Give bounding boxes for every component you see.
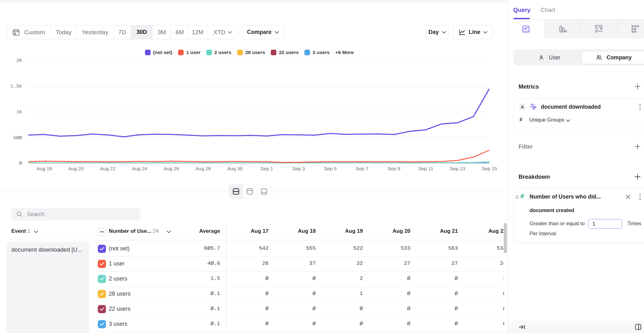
svg-text:Sep 11: Sep 11 bbox=[418, 166, 433, 171]
svg-text:Sep 3: Sep 3 bbox=[292, 166, 305, 171]
svg-text:Sep 13: Sep 13 bbox=[450, 166, 465, 171]
svg-text:Aug 30: Aug 30 bbox=[227, 166, 243, 171]
svg-text:1.5K: 1.5K bbox=[10, 84, 22, 89]
svg-text:Aug 20: Aug 20 bbox=[68, 166, 84, 171]
svg-text:Aug 18: Aug 18 bbox=[36, 166, 52, 171]
svg-text:Ø: Ø bbox=[19, 161, 22, 166]
svg-text:1K: 1K bbox=[16, 109, 22, 115]
svg-text:Sep 1: Sep 1 bbox=[260, 166, 273, 171]
svg-text:Aug 26: Aug 26 bbox=[164, 166, 179, 171]
svg-text:5ØØ: 5ØØ bbox=[13, 135, 22, 141]
svg-text:Sep 7: Sep 7 bbox=[356, 166, 369, 171]
svg-text:Aug 22: Aug 22 bbox=[100, 166, 115, 171]
svg-text:Aug 28: Aug 28 bbox=[196, 166, 211, 171]
svg-text:Aug 24: Aug 24 bbox=[132, 166, 147, 171]
svg-text:2K: 2K bbox=[16, 58, 22, 63]
svg-text:Sep 15: Sep 15 bbox=[481, 166, 497, 171]
svg-text:Sep 5: Sep 5 bbox=[324, 166, 337, 171]
svg-text:Sep 9: Sep 9 bbox=[387, 166, 400, 171]
